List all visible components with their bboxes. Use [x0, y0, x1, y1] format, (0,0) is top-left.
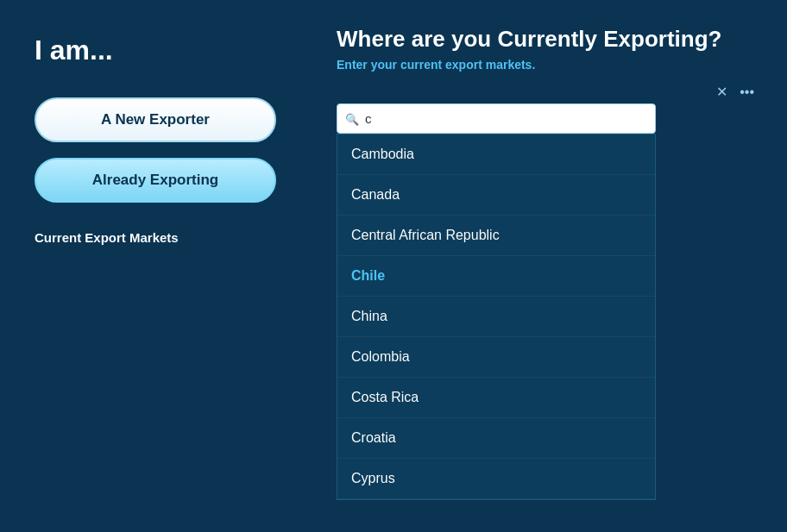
page-title: Where are you Currently Exporting? — [337, 26, 761, 53]
list-item[interactable]: Cyprus — [337, 459, 655, 499]
toolbar: ✕ ••• — [337, 84, 761, 100]
search-input[interactable] — [337, 103, 656, 134]
left-panel: I am... A New Exporter Already Exporting… — [0, 0, 319, 532]
list-item[interactable]: Cambodia — [337, 135, 655, 175]
list-item[interactable]: China — [337, 297, 655, 337]
search-icon: 🔍 — [345, 112, 359, 125]
list-item[interactable]: Chile — [337, 256, 655, 297]
already-exporting-button[interactable]: Already Exporting — [35, 158, 276, 203]
right-panel: Where are you Currently Exporting? Enter… — [319, 0, 787, 532]
list-item[interactable]: Central African Republic — [337, 216, 655, 256]
list-item[interactable]: Croatia — [337, 418, 655, 459]
list-item[interactable]: Colombia — [337, 337, 655, 378]
clear-icon[interactable]: ✕ — [716, 84, 727, 100]
more-options-icon[interactable]: ••• — [740, 84, 754, 100]
current-markets-label: Current Export Markets — [35, 230, 285, 245]
country-search-container: 🔍 CambodiaCanadaCentral African Republic… — [337, 103, 656, 500]
new-exporter-button[interactable]: A New Exporter — [35, 97, 276, 142]
list-item[interactable]: Canada — [337, 175, 655, 216]
page-subtitle: Enter your current export markets. — [337, 58, 761, 72]
i-am-title: I am... — [35, 34, 285, 66]
list-item[interactable]: Costa Rica — [337, 378, 655, 418]
country-dropdown-list: CambodiaCanadaCentral African RepublicCh… — [337, 134, 656, 500]
